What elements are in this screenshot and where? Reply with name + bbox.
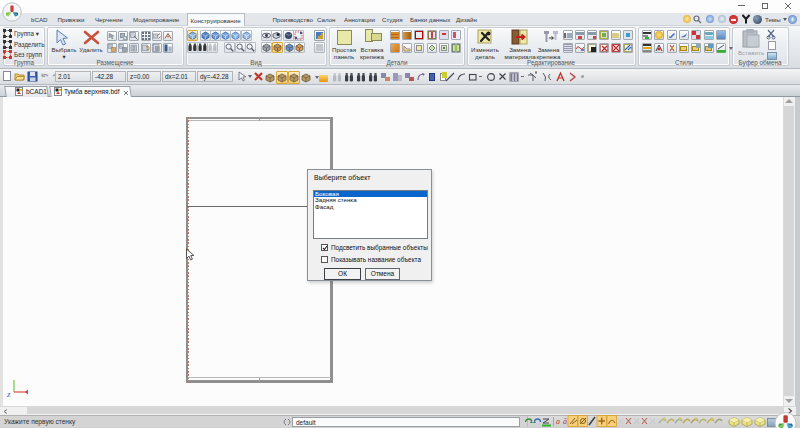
svg-text:a: a — [556, 417, 560, 426]
svg-text:z: z — [6, 389, 11, 398]
svg-text:ǎ: ǎ — [563, 417, 567, 426]
